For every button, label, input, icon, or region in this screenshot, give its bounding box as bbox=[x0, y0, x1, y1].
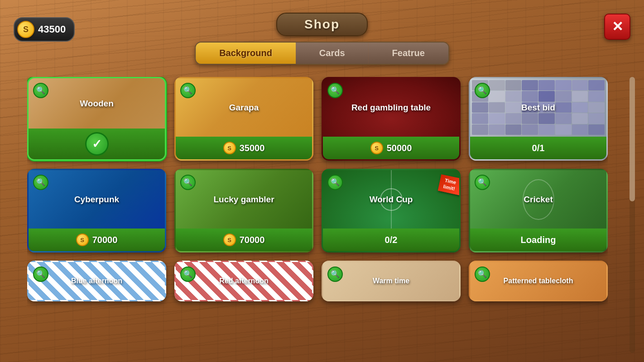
item-best-bid[interactable]: 🔍 Best bid 0/1 bbox=[469, 77, 608, 161]
magnify-icon-best-bid: 🔍 bbox=[478, 87, 487, 94]
close-button[interactable]: ✕ bbox=[604, 14, 630, 40]
item-preview-garapa: 🔍 Garapa bbox=[176, 78, 312, 137]
price-coin-icon-cyberpunk: S bbox=[76, 233, 89, 246]
item-name-red-afternoon: Red afternoon bbox=[219, 277, 268, 285]
item-name-red-gambling: Red gambling table bbox=[351, 103, 431, 113]
coin-amount: 43500 bbox=[38, 24, 66, 35]
item-preview-blue-afternoon: 🔍 Blue afternoon bbox=[29, 262, 165, 300]
shop-title: Shop bbox=[304, 17, 340, 31]
item-name-worldcup: World Cup bbox=[370, 195, 413, 205]
tab-background[interactable]: Background bbox=[196, 43, 296, 64]
item-preview-red-afternoon: 🔍 Red afternoon bbox=[176, 262, 312, 300]
item-preview-patterned: 🔍 Patterned tablecloth bbox=[470, 262, 606, 300]
item-price-cyberpunk: 70000 bbox=[92, 235, 118, 245]
magnify-icon-blue-afternoon: 🔍 bbox=[36, 271, 45, 278]
magnify-icon-red-gambling: 🔍 bbox=[331, 87, 340, 94]
item-price-lucky: 70000 bbox=[240, 235, 265, 245]
item-wooden[interactable]: 🔍 Wooden ✓ bbox=[27, 77, 166, 161]
close-icon: ✕ bbox=[612, 20, 623, 33]
magnify-button-blue-afternoon[interactable]: 🔍 bbox=[33, 267, 48, 282]
magnify-button-wooden[interactable]: 🔍 bbox=[33, 83, 48, 98]
item-name-patterned: Patterned tablecloth bbox=[504, 277, 573, 285]
tab-featrue[interactable]: Featrue bbox=[369, 43, 448, 64]
magnify-icon-patterned: 🔍 bbox=[478, 271, 487, 278]
item-name-warm-time: Warm time bbox=[373, 277, 409, 285]
tabs-container: Background Cards Featrue bbox=[195, 42, 449, 65]
item-name-garapa: Garapa bbox=[229, 103, 259, 113]
item-name-blue-afternoon: Blue afternoon bbox=[71, 277, 122, 285]
item-name-wooden: Wooden bbox=[80, 99, 114, 109]
magnify-icon-wooden: 🔍 bbox=[36, 87, 45, 94]
coin-display: S 43500 bbox=[14, 17, 75, 42]
magnify-icon-garapa: 🔍 bbox=[183, 87, 192, 94]
item-patterned-tablecloth[interactable]: 🔍 Patterned tablecloth bbox=[469, 261, 608, 301]
check-icon-wooden: ✓ bbox=[92, 137, 102, 151]
item-garapa[interactable]: 🔍 Garapa S 35000 bbox=[174, 77, 313, 161]
item-red-gambling-table[interactable]: 🔍 Red gambling table S 50000 bbox=[322, 77, 461, 161]
item-preview-lucky: 🔍 Lucky gambler bbox=[176, 170, 312, 229]
magnify-button-lucky[interactable]: 🔍 bbox=[180, 175, 196, 190]
magnify-button-warm-time[interactable]: 🔍 bbox=[327, 267, 343, 282]
item-footer-lucky: S 70000 bbox=[176, 229, 312, 251]
price-coin-icon-lucky: S bbox=[223, 233, 236, 246]
magnify-icon-cyberpunk: 🔍 bbox=[36, 179, 45, 186]
item-price-garapa: 35000 bbox=[240, 143, 265, 153]
price-coin-icon-garapa: S bbox=[223, 142, 236, 154]
coin-icon: S bbox=[17, 21, 34, 38]
scrollbar-thumb[interactable] bbox=[630, 77, 635, 201]
item-preview-cricket: 🔍 Cricket bbox=[470, 170, 606, 229]
item-name-lucky: Lucky gambler bbox=[213, 195, 274, 205]
item-preview-wooden: 🔍 Wooden bbox=[29, 78, 165, 129]
item-preview-warm-time: 🔍 Warm time bbox=[323, 262, 459, 300]
magnify-button-patterned[interactable]: 🔍 bbox=[475, 267, 490, 282]
item-price-red-gambling: 50000 bbox=[387, 143, 412, 153]
magnify-button-best-bid[interactable]: 🔍 bbox=[475, 83, 490, 98]
item-footer-red-gambling: S 50000 bbox=[323, 137, 459, 159]
item-blue-afternoon[interactable]: 🔍 Blue afternoon bbox=[27, 261, 166, 301]
scrollbar-track bbox=[630, 77, 635, 353]
item-warm-time[interactable]: 🔍 Warm time bbox=[322, 261, 461, 301]
item-name-cyberpunk: Cyberpunk bbox=[74, 195, 119, 205]
item-counter-best-bid: 0/1 bbox=[532, 143, 545, 153]
magnify-icon-red-afternoon: 🔍 bbox=[183, 271, 192, 278]
item-footer-best-bid: 0/1 bbox=[470, 137, 606, 159]
magnify-button-garapa[interactable]: 🔍 bbox=[180, 83, 196, 98]
magnify-button-worldcup[interactable]: 🔍 bbox=[327, 175, 343, 190]
item-footer-cricket: Loading bbox=[470, 229, 606, 251]
items-grid: 🔍 Wooden ✓ 🔍 Garapa S 35000 bbox=[27, 77, 608, 310]
magnify-icon-cricket: 🔍 bbox=[478, 179, 487, 186]
item-counter-worldcup: 0/2 bbox=[385, 235, 398, 245]
tab-cards[interactable]: Cards bbox=[296, 43, 369, 64]
magnify-button-red-afternoon[interactable]: 🔍 bbox=[180, 267, 196, 282]
item-cyberpunk[interactable]: 🔍 Cyberpunk S 70000 bbox=[27, 169, 166, 252]
magnify-icon-warm-time: 🔍 bbox=[331, 271, 340, 278]
item-preview-worldcup: 🔍 World Cup bbox=[323, 170, 459, 229]
item-preview-red-gambling: 🔍 Red gambling table bbox=[323, 78, 459, 137]
item-lucky-gambler[interactable]: 🔍 Lucky gambler S 70000 bbox=[174, 169, 313, 252]
item-footer-garapa: S 35000 bbox=[176, 137, 312, 159]
item-preview-cyberpunk: 🔍 Cyberpunk bbox=[29, 170, 165, 229]
magnify-button-cyberpunk[interactable]: 🔍 bbox=[33, 175, 48, 190]
item-name-best-bid: Best bid bbox=[521, 103, 555, 113]
item-footer-wooden: ✓ bbox=[29, 129, 165, 159]
item-loading-cricket: Loading bbox=[521, 235, 556, 245]
items-grid-area: 🔍 Wooden ✓ 🔍 Garapa S 35000 bbox=[27, 77, 608, 353]
item-red-afternoon[interactable]: 🔍 Red afternoon bbox=[174, 261, 313, 301]
magnify-icon-worldcup: 🔍 bbox=[331, 179, 340, 186]
magnify-button-cricket[interactable]: 🔍 bbox=[475, 175, 490, 190]
magnify-button-red-gambling[interactable]: 🔍 bbox=[327, 83, 343, 98]
item-footer-cyberpunk: S 70000 bbox=[29, 229, 165, 251]
shop-title-wrap: Shop bbox=[276, 13, 368, 36]
item-preview-best-bid: 🔍 Best bid bbox=[470, 78, 606, 137]
item-footer-worldcup: 0/2 bbox=[323, 229, 459, 251]
magnify-icon-lucky: 🔍 bbox=[183, 179, 192, 186]
item-name-cricket: Cricket bbox=[524, 195, 553, 205]
check-circle-wooden: ✓ bbox=[85, 132, 109, 156]
item-world-cup[interactable]: Timelimit! 🔍 World Cup 0/2 bbox=[322, 169, 461, 252]
item-cricket[interactable]: 🔍 Cricket Loading bbox=[469, 169, 608, 252]
price-coin-icon-red-gambling: S bbox=[370, 142, 383, 154]
